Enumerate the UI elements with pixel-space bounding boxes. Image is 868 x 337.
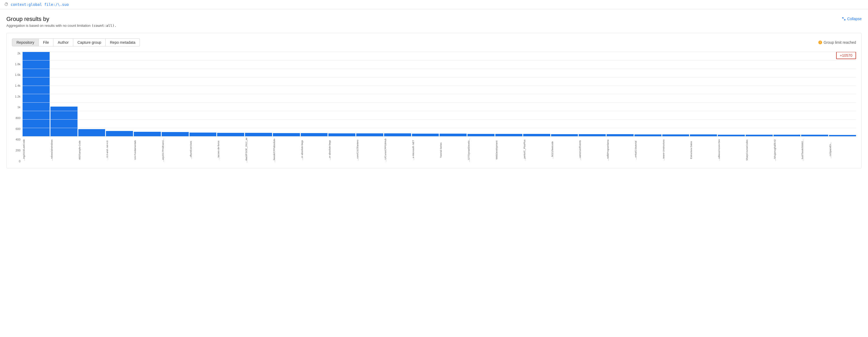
bar-wrap	[690, 52, 717, 137]
bar[interactable]	[829, 135, 856, 137]
x-label: 483/Sample-Code	[78, 138, 105, 163]
x-label: ...uarezruiz/Events	[579, 138, 606, 163]
bar-wrap	[634, 52, 661, 137]
x-label: ...liwook/CPPabsolute-	[273, 138, 300, 163]
bar[interactable]	[634, 134, 661, 137]
page-title: Group results by	[6, 15, 117, 23]
x-label: ...daa3/FSOE_2912_ae	[245, 138, 272, 163]
tab-file[interactable]: File	[39, 38, 54, 46]
bar-wrap	[106, 52, 133, 137]
bar[interactable]	[579, 134, 606, 137]
bar[interactable]	[384, 133, 411, 137]
bar[interactable]	[412, 134, 439, 137]
bar-wrap	[801, 52, 828, 137]
warning-icon: !	[818, 40, 822, 44]
bar[interactable]	[301, 133, 328, 137]
bar[interactable]	[774, 135, 801, 137]
bars-area	[23, 52, 856, 137]
bar[interactable]	[217, 133, 244, 137]
x-labels: ...ing2019/LeetCode...ndows/airwindows48…	[23, 138, 856, 163]
bar[interactable]	[245, 133, 272, 137]
header-row: Group results by Aggregation is based on…	[6, 15, 862, 28]
bar-wrap	[162, 52, 189, 137]
bar[interactable]	[746, 135, 773, 137]
x-label: ...or-absolute-begs	[301, 138, 328, 163]
bar-wrap	[746, 52, 773, 137]
bar-wrap	[523, 52, 550, 137]
x-label: ...ing2019/LeetCode	[23, 138, 50, 163]
bar[interactable]	[78, 129, 105, 137]
collapse-icon	[842, 17, 846, 21]
bar[interactable]	[523, 134, 550, 137]
tab-repo-metadata[interactable]: Repo metadata	[106, 38, 140, 46]
bar-wrap	[78, 52, 105, 137]
x-label: ...U/CursoCPPGitHub	[384, 138, 411, 163]
bar-wrap	[467, 52, 495, 137]
x-label: ...buttTbook/00682...	[801, 138, 828, 163]
tab-author[interactable]: Author	[53, 38, 73, 46]
bar[interactable]	[162, 132, 189, 137]
bar-wrap	[579, 52, 606, 137]
x-label: ...com/CSCfi/antero	[356, 138, 383, 163]
bar-wrap	[495, 52, 522, 137]
aggregation-note: Aggregation is based on results with no …	[6, 24, 117, 28]
bar[interactable]	[273, 133, 300, 137]
bar-wrap	[189, 52, 217, 137]
bar-wrap	[440, 52, 467, 137]
clock-icon: ⏱	[4, 2, 8, 7]
chart-wrapper: +10570 2k 1.8k 1.6k 1.4k 1.2k 1k 800 600…	[12, 52, 856, 163]
bars-container	[23, 52, 856, 137]
bar[interactable]	[690, 134, 717, 137]
bar-wrap	[301, 52, 328, 137]
tab-repository[interactable]: Repository	[12, 38, 39, 46]
x-label: WebDevelopment	[495, 138, 522, 163]
collapse-button[interactable]: Collapse	[842, 17, 862, 21]
bar[interactable]	[467, 134, 495, 137]
bar[interactable]	[662, 134, 689, 137]
tabs-row: Repository File Author Capture group Rep…	[12, 38, 856, 46]
x-label: ...lk321/leetcode	[551, 138, 578, 163]
bar-wrap	[551, 52, 578, 137]
main-content: Group results by Aggregation is based on…	[0, 9, 868, 175]
bar[interactable]	[51, 107, 78, 137]
group-panel: Repository File Author Capture group Rep…	[6, 33, 862, 168]
bar-wrap	[718, 52, 745, 137]
x-label: ...oftumExercises	[189, 138, 217, 163]
x-label: ...udkeus/Azure-Dev	[718, 138, 745, 163]
x-label: Uni-Fundamentals	[134, 138, 161, 163]
bar[interactable]	[551, 134, 578, 137]
search-bar: ⏱ context:global file:/\.suo	[0, 0, 868, 9]
header-left: Group results by Aggregation is based on…	[6, 15, 117, 28]
bar-wrap	[412, 52, 439, 137]
x-label: ...tacoes-de-livros	[217, 138, 244, 163]
bar[interactable]	[23, 52, 50, 137]
bar[interactable]	[607, 134, 633, 137]
bar[interactable]	[106, 131, 133, 137]
chart-with-axis: 2k 1.8k 1.6k 1.4k 1.2k 1k 800 600 400 20…	[12, 52, 856, 163]
x-label: SharpCourseCodes	[746, 138, 773, 163]
bar[interactable]	[495, 134, 522, 137]
bar[interactable]	[718, 135, 745, 137]
tab-capture-group[interactable]: Capture group	[73, 38, 106, 46]
bar[interactable]	[356, 133, 383, 137]
x-label: ...perko/C_PlusPlus	[523, 138, 550, 163]
search-query: context:global file:/\.suo	[11, 2, 69, 7]
bar-wrap	[217, 52, 244, 137]
bar[interactable]	[189, 133, 217, 137]
x-label: ...6.0-and-.net-4.6	[106, 138, 133, 163]
bar[interactable]	[801, 135, 828, 137]
bar[interactable]	[440, 134, 467, 137]
x-label: ...arp2017PmiExerci...	[162, 138, 189, 163]
group-limit-notice: ! Group limit reached	[818, 40, 856, 44]
bar-wrap	[51, 52, 78, 137]
bar-wrap	[829, 52, 856, 137]
x-label: ...GiT/DynaelDevelo...	[467, 138, 495, 163]
bar-wrap	[356, 52, 383, 137]
bar-wrap	[384, 52, 411, 137]
bar[interactable]	[134, 132, 161, 137]
bar[interactable]	[328, 133, 355, 137]
y-axis: 2k 1.8k 1.6k 1.4k 1.2k 1k 800 600 400 20…	[12, 52, 23, 163]
bar-wrap	[23, 52, 50, 137]
x-label: .../shujamughal/EAD	[774, 138, 801, 163]
bar-wrap	[662, 52, 689, 137]
